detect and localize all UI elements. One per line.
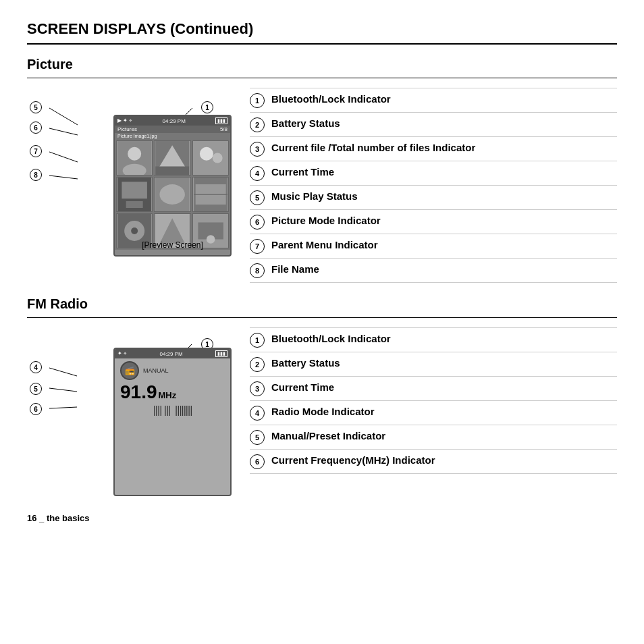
folder-name: Pictures — [117, 126, 137, 132]
picture-callout-7: 7 — [30, 145, 42, 157]
picture-info-row-2: 2 Battery Status — [250, 113, 617, 137]
picture-callout-8: 8 — [30, 169, 42, 181]
picture-info-num-6: 6 — [250, 215, 265, 230]
radio-section-body: 4 5 6 1 2 3 — [27, 327, 617, 510]
radio-icon-symbol: 📻 — [125, 366, 135, 375]
statusbar-left-icons: ▶ ✦ ⌖ — [117, 117, 132, 124]
radio-info-num-2: 2 — [250, 357, 265, 372]
radio-info-num-6: 6 — [250, 454, 265, 469]
picture-filename: Picture Image1.jpg — [115, 133, 230, 139]
svg-point-27 — [131, 227, 138, 234]
svg-line-0 — [49, 108, 78, 125]
radio-mode-row: 📻 MANUAL — [120, 361, 225, 380]
picture-info-num-5: 5 — [250, 190, 265, 205]
svg-point-15 — [200, 147, 213, 161]
picture-info-num-7: 7 — [250, 239, 265, 254]
radio-info-row-3: 3 Current Time — [250, 377, 617, 401]
radio-info-row-6: 6 Current Frequency(MHz) Indicator — [250, 450, 617, 474]
radio-info-num-4: 4 — [250, 406, 265, 421]
svg-line-38 — [49, 407, 77, 408]
svg-rect-18 — [122, 182, 147, 198]
svg-line-2 — [49, 152, 78, 162]
picture-screen-mockup: ▶ ✦ ⌖ 04:29 PM ▮▮▮ Pictures 5/8 Picture … — [113, 115, 232, 257]
svg-line-3 — [49, 176, 78, 179]
svg-rect-13 — [155, 167, 189, 176]
radio-info-num-3: 3 — [250, 381, 265, 396]
radio-screen-mockup: ✦ ⌖ 04:29 PM ▮▮▮ 📻 MANUAL — [113, 348, 232, 496]
radio-mode-label: MANUAL — [143, 367, 169, 374]
picture-section-body: 5 6 7 8 1 2 — [27, 88, 617, 283]
radio-info-row-4: 4 Radio Mode Indicator — [250, 401, 617, 425]
picture-section: Picture — [27, 57, 617, 283]
picture-info-text-8: File Name — [271, 263, 319, 276]
svg-point-9 — [128, 147, 141, 161]
radio-section-title: FM Radio — [27, 296, 617, 312]
radio-info-text-4: Radio Mode Indicator — [271, 405, 375, 419]
picture-grid — [115, 139, 230, 250]
radio-freq-unit: MHz — [159, 390, 177, 400]
picture-statusbar: ▶ ✦ ⌖ 04:29 PM ▮▮▮ — [115, 116, 230, 126]
picture-preview-label: [Preview Screen] — [113, 240, 232, 250]
radio-mode-icon: 📻 — [120, 361, 139, 380]
picture-info-text-4: Current Time — [271, 165, 334, 179]
statusbar-battery: ▮▮▮ — [215, 117, 227, 124]
statusbar-time: 04:29 PM — [163, 118, 186, 124]
picture-info-text-5: Music Play Status — [271, 190, 358, 203]
grid-cell-4 — [116, 177, 153, 212]
radio-statusbar: ✦ ⌖ 04:29 PM ▮▮▮ — [115, 349, 230, 358]
picture-info-num-3: 3 — [250, 142, 265, 157]
radio-info-num-5: 5 — [250, 430, 265, 445]
picture-info-text-1: Bluetooth/Lock Indicator — [271, 92, 391, 106]
radio-info-row-5: 5 Manual/Preset Indicator — [250, 425, 617, 450]
grid-cell-5 — [154, 177, 190, 212]
page-footer: 16 _ the basics — [27, 513, 90, 523]
picture-info-text-6: Picture Mode Indicator — [271, 214, 381, 227]
picture-info-num-8: 8 — [250, 263, 265, 278]
picture-info-row-8: 8 File Name — [250, 259, 617, 283]
page-title: SCREEN DISPLAYS (Continued) — [27, 20, 617, 38]
radio-info-text-2: Battery Status — [271, 356, 340, 370]
picture-info-num-1: 1 — [250, 93, 265, 108]
callout-circle-8: 8 — [30, 169, 42, 181]
picture-section-title: Picture — [27, 57, 617, 72]
callout-circle-6: 6 — [30, 403, 42, 415]
radio-info-table: 1 Bluetooth/Lock Indicator 2 Battery Sta… — [250, 327, 617, 474]
picture-diagram-area: 5 6 7 8 1 2 — [27, 88, 230, 257]
radio-statusbar-battery: ▮▮▮ — [215, 350, 227, 357]
grid-cell-1 — [116, 140, 153, 176]
radio-info-text-6: Current Frequency(MHz) Indicator — [271, 454, 435, 467]
svg-point-16 — [212, 153, 222, 163]
radio-info-num-1: 1 — [250, 333, 265, 348]
radio-inner: 📻 MANUAL 91.9 MHz |||| ||| — [115, 358, 230, 496]
picture-callout-5: 5 — [30, 101, 42, 113]
svg-rect-19 — [126, 201, 143, 208]
radio-info-text-3: Current Time — [271, 381, 334, 394]
radio-callout-6: 6 — [30, 403, 42, 415]
picture-info-row-1: 1 Bluetooth/Lock Indicator — [250, 88, 617, 113]
svg-line-1 — [49, 128, 78, 135]
picture-info-table: 1 Bluetooth/Lock Indicator 2 Battery Sta… — [250, 88, 617, 283]
radio-info-text-5: Manual/Preset Indicator — [271, 429, 385, 443]
picture-info-row-6: 6 Picture Mode Indicator — [250, 210, 617, 234]
callout-circle-4: 4 — [30, 361, 42, 373]
radio-eq-bars: |||| ||| |||||||| — [120, 404, 225, 417]
radio-frequency-row: 91.9 MHz — [120, 383, 225, 402]
callout-circle-6: 6 — [30, 122, 42, 134]
radio-diagram-area: 4 5 6 1 2 3 — [27, 327, 230, 510]
radio-frequency-value: 91.9 — [120, 383, 157, 402]
picture-info-num-2: 2 — [250, 117, 265, 132]
picture-info-row-3: 3 Current file /Total number of files In… — [250, 137, 617, 161]
picture-folder-header: Pictures 5/8 — [115, 126, 230, 133]
svg-point-21 — [160, 184, 186, 205]
picture-info-row-4: 4 Current Time — [250, 161, 617, 186]
radio-section: FM Radio — [27, 296, 617, 510]
radio-diagram-wrapper: 4 5 6 1 2 3 — [27, 327, 216, 510]
radio-statusbar-icons: ✦ ⌖ — [117, 350, 127, 357]
picture-info-row-7: 7 Parent Menu Indicator — [250, 234, 617, 259]
callout-circle-5: 5 — [30, 101, 42, 113]
grid-cell-6 — [192, 177, 229, 212]
radio-statusbar-time: 04:29 PM — [159, 351, 182, 357]
grid-cell-3 — [192, 140, 229, 176]
picture-callout-6: 6 — [30, 122, 42, 134]
callout-circle-1: 1 — [201, 101, 213, 113]
